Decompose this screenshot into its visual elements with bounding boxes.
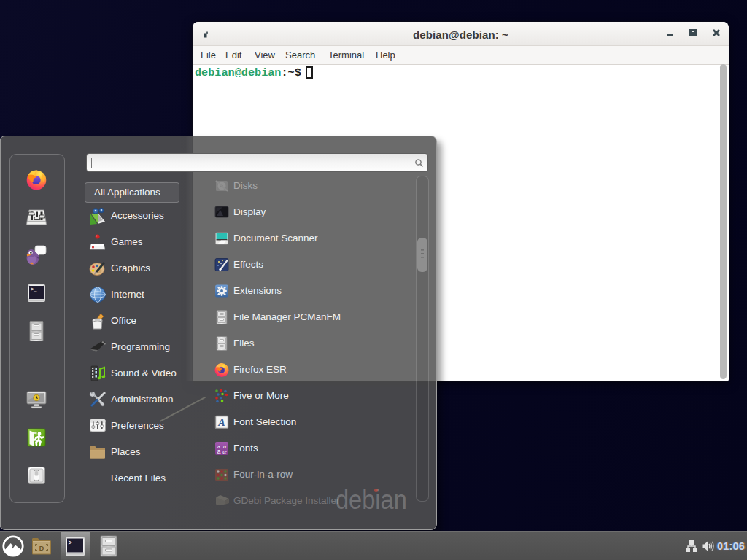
svg-text:>_: >_ <box>31 287 37 292</box>
svg-text:D: D <box>39 545 44 552</box>
svg-text:A: A <box>217 417 225 428</box>
svg-text:æ: æ <box>222 448 227 455</box>
svg-text:a: a <box>217 448 221 455</box>
svg-text:>_: >_ <box>69 540 77 547</box>
